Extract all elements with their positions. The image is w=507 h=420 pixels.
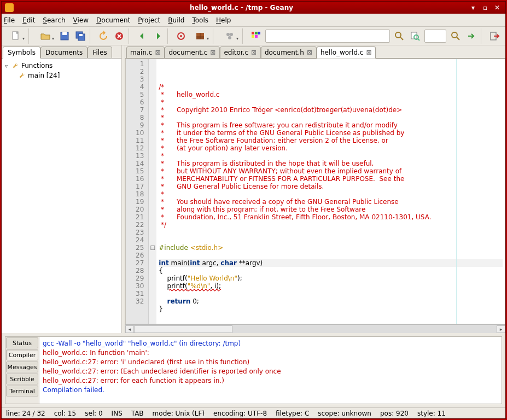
svg-rect-18: [258, 32, 260, 34]
new-file-button[interactable]: [5, 28, 27, 44]
compiler-message[interactable]: Compilation failed.: [43, 386, 498, 395]
compiler-message[interactable]: hello_world.c: In function 'main':: [43, 348, 498, 358]
svg-rect-16: [252, 32, 254, 34]
maximize-button[interactable]: ▫: [480, 3, 490, 12]
compiler-message[interactable]: hello_world.c:27: error: (Each undeclare…: [43, 367, 498, 376]
compiler-output[interactable]: gcc -Wall -o "hello_world" "hello_world.…: [39, 337, 502, 404]
toolbar: [2, 27, 505, 45]
status-scope: scope: unknown: [313, 410, 376, 417]
tab-close-icon[interactable]: ⊠: [209, 49, 216, 56]
line-number-margin: 1234567891011121314151617181920212223242…: [126, 59, 149, 324]
quit-button[interactable]: [487, 28, 502, 44]
close-button[interactable]: ✕: [492, 3, 502, 12]
editor-tab-editor-c[interactable]: editor.c⊠: [220, 46, 261, 59]
tab-label: hello_world.c: [320, 49, 363, 56]
svg-line-27: [457, 37, 459, 40]
svg-point-14: [230, 33, 233, 36]
compiler-message[interactable]: hello_world.c:27: error: 'i' undeclared …: [43, 358, 498, 367]
tab-close-icon[interactable]: ⊠: [365, 49, 372, 56]
statusbar: line: 24 / 32 col: 15 sel: 0 INS TAB mod…: [2, 407, 505, 418]
compiler-message[interactable]: gcc -Wall -o "hello_world" "hello_world.…: [43, 339, 498, 348]
svg-rect-19: [252, 35, 254, 38]
tab-label: document.c: [168, 49, 207, 56]
status-col: col: 15: [50, 410, 80, 417]
tree-label: Functions: [21, 62, 53, 69]
scroll-right-arrow[interactable]: ▸: [497, 325, 505, 333]
sidebar-tab-symbols[interactable]: Symbols: [3, 46, 40, 59]
save-button[interactable]: [57, 28, 72, 44]
editor-tab-document-h[interactable]: document.h⊠: [261, 46, 317, 59]
compiler-message[interactable]: hello_world.c:27: error: for each functi…: [43, 376, 498, 386]
svg-line-22: [400, 37, 403, 40]
tab-close-icon[interactable]: ⊠: [250, 49, 257, 56]
scroll-thumb[interactable]: [134, 325, 232, 333]
app-icon: [5, 3, 14, 12]
menu-edit[interactable]: Edit: [22, 16, 35, 24]
open-file-button[interactable]: [34, 28, 56, 44]
reload-button[interactable]: [96, 28, 111, 44]
menu-document[interactable]: Document: [96, 16, 130, 24]
status-line: line: 24 / 32: [2, 410, 50, 417]
nav-forward-button[interactable]: [150, 28, 166, 44]
goto-line-button[interactable]: [464, 28, 479, 44]
tab-close-icon[interactable]: ⊠: [306, 49, 313, 56]
message-tab-terminal[interactable]: Terminal: [6, 386, 38, 396]
tree-label: main [24]: [28, 72, 60, 79]
close-file-button[interactable]: [112, 28, 127, 44]
fold-margin[interactable]: ⊟: [149, 59, 156, 324]
editor-tab-hello_world-c[interactable]: hello_world.c⊠: [317, 46, 376, 59]
goto-line-entry[interactable]: [424, 30, 446, 43]
sidebar-tab-files[interactable]: Files: [88, 46, 112, 59]
status-style: style: 11: [413, 410, 450, 417]
symbols-tree[interactable]: ▿ Functions main [24]: [2, 59, 121, 333]
horizontal-scrollbar[interactable]: ◂ ▸: [125, 324, 505, 333]
tab-label: main.c: [130, 49, 152, 56]
sidebar-tab-documents[interactable]: Documents: [40, 46, 88, 59]
scroll-left-arrow[interactable]: ◂: [125, 325, 134, 333]
status-filetype: filetype: C: [271, 410, 313, 417]
menu-view[interactable]: View: [73, 16, 89, 24]
menu-search[interactable]: Search: [43, 16, 65, 24]
svg-rect-6: [79, 34, 83, 36]
search-entry[interactable]: [265, 30, 390, 43]
message-tabs: StatusCompilerMessagesScribbleTerminal: [5, 337, 39, 404]
editor-tab-document-c[interactable]: document.c⊠: [165, 46, 220, 59]
sidebar: Symbols Documents Files ▿ Functions main…: [2, 45, 122, 333]
editor-tab-main-c[interactable]: main.c⊠: [126, 46, 165, 59]
tree-node-main[interactable]: main [24]: [3, 71, 120, 80]
menu-file[interactable]: File: [4, 16, 15, 24]
menu-tools[interactable]: Tools: [192, 16, 208, 24]
code-editor[interactable]: 1234567891011121314151617181920212223242…: [125, 59, 505, 324]
tree-node-functions[interactable]: ▿ Functions: [3, 61, 120, 71]
compile-button[interactable]: [173, 28, 189, 44]
menu-project[interactable]: Project: [138, 16, 160, 24]
svg-rect-17: [255, 32, 258, 34]
status-tab: TAB: [127, 410, 148, 417]
window-title: hello_world.c - /tmp - Geany: [17, 4, 466, 11]
save-all-button[interactable]: [73, 28, 88, 44]
editor-tabs: main.c⊠document.c⊠editor.c⊠document.h⊠he…: [125, 45, 505, 59]
tab-label: editor.c: [224, 49, 248, 56]
message-tab-messages[interactable]: Messages: [6, 361, 38, 372]
menu-help[interactable]: Help: [216, 16, 231, 24]
status-ins: INS: [107, 410, 127, 417]
message-tab-status[interactable]: Status: [6, 337, 38, 348]
message-tab-compiler[interactable]: Compiler: [6, 349, 38, 360]
message-tab-scribble[interactable]: Scribble: [6, 374, 38, 384]
goto-line-find-button[interactable]: [448, 28, 463, 44]
run-button[interactable]: [219, 28, 241, 44]
find-button[interactable]: [392, 28, 407, 44]
build-button[interactable]: [189, 28, 211, 44]
tab-close-icon[interactable]: ⊠: [154, 49, 161, 56]
message-panel: StatusCompilerMessagesScribbleTerminal g…: [5, 336, 502, 404]
svg-point-15: [228, 36, 231, 39]
menu-build[interactable]: Build: [168, 16, 184, 24]
code-content[interactable]: /* * hello_world.c * * Copyright 2010 En…: [156, 59, 505, 324]
color-chooser-button[interactable]: [248, 28, 264, 44]
status-mode: mode: Unix (LF): [148, 410, 209, 417]
minimize-button[interactable]: ▾: [468, 3, 478, 12]
svg-point-26: [452, 32, 457, 38]
nav-back-button[interactable]: [135, 28, 150, 44]
sidebar-tabs: Symbols Documents Files: [2, 45, 121, 59]
find-in-files-button[interactable]: [407, 28, 423, 44]
